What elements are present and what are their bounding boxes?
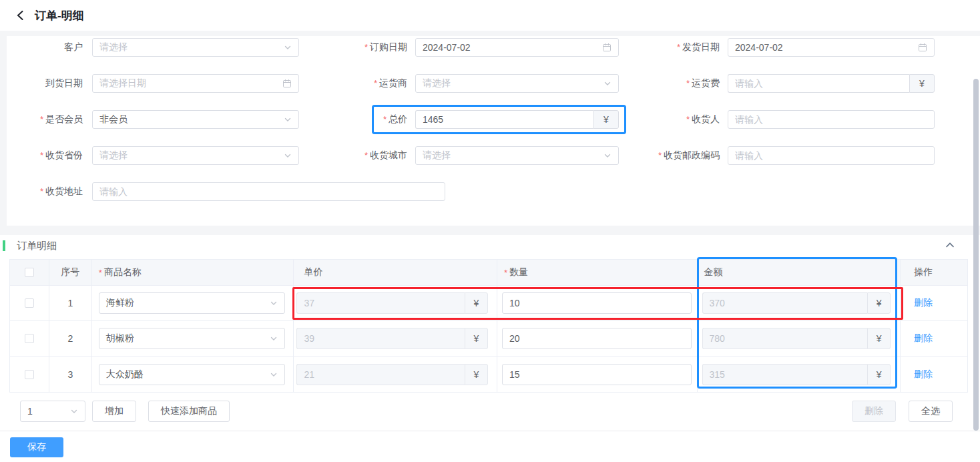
currency-suffix: ¥	[465, 292, 488, 314]
section-accent-bar	[3, 240, 5, 251]
arrival-date-input[interactable]: 请选择日期	[92, 74, 299, 93]
vertical-scrollbar[interactable]	[973, 79, 979, 431]
price-input-group: ¥	[296, 292, 488, 314]
price-input[interactable]	[296, 328, 465, 349]
delete-selected-button[interactable]: 删除	[852, 401, 896, 422]
add-row-button[interactable]: 增加	[92, 401, 136, 422]
arrival-date-label: 到货日期	[7, 77, 83, 89]
product-value: 海鲜粉	[106, 297, 134, 309]
freight-input[interactable]	[728, 74, 909, 93]
required-asterisk: *	[40, 150, 43, 160]
qty-cell	[497, 321, 698, 356]
table-row: 2 胡椒粉 ¥	[10, 321, 967, 357]
action-cell: 删除	[901, 357, 967, 392]
province-label: *收货省份	[7, 150, 83, 162]
qty-input[interactable]	[502, 364, 692, 385]
total-label: *总价	[306, 113, 407, 126]
chevron-down-icon	[270, 334, 278, 342]
order-date-label: *订购日期	[306, 41, 407, 53]
ship-date-input[interactable]: 2024-07-02	[728, 38, 935, 57]
table-header-row: 序号 *商品名称 单价 *数量 金额 操作	[10, 260, 967, 286]
qty-input[interactable]	[502, 328, 692, 349]
amount-input[interactable]	[702, 364, 868, 385]
price-input[interactable]	[296, 292, 465, 314]
order-date-value: 2024-07-02	[423, 42, 471, 53]
order-form: 客户 请选择 *订购日期 2024-07-02 *发货日期	[7, 36, 980, 226]
quick-add-product-button[interactable]: 快速添加商品	[148, 401, 230, 422]
member-select[interactable]: 非会员	[92, 110, 299, 129]
amount-input[interactable]	[702, 292, 868, 314]
price-input[interactable]	[296, 364, 465, 385]
required-asterisk: *	[364, 42, 368, 52]
field-city: *收货城市 请选择	[306, 146, 619, 165]
carrier-placeholder: 请选择	[423, 77, 451, 89]
postcode-input[interactable]	[728, 146, 935, 165]
collapse-icon[interactable]	[945, 240, 955, 252]
product-value: 大众奶酪	[106, 369, 144, 381]
amount-input-group: ¥	[702, 292, 891, 314]
product-cell: 海鲜粉	[92, 286, 294, 320]
total-input-group: ¥	[415, 110, 619, 129]
ship-date-value: 2024-07-02	[735, 42, 783, 53]
chevron-down-icon	[270, 371, 278, 379]
chevron-down-icon	[603, 79, 611, 87]
chevron-down-icon	[70, 407, 78, 415]
delete-row-link[interactable]: 删除	[914, 297, 933, 309]
select-all-checkbox[interactable]	[25, 268, 34, 277]
customer-select[interactable]: 请选择	[92, 38, 299, 57]
order-detail-page: 订单-明细 客户 请选择 *订购日期 2024-07-02	[0, 0, 980, 462]
form-row-5: *收货地址	[7, 182, 980, 201]
required-asterisk: *	[99, 268, 102, 278]
currency-suffix: ¥	[593, 110, 619, 129]
required-asterisk: *	[658, 150, 662, 160]
amount-input[interactable]	[702, 328, 868, 349]
field-member: *是否会员 非会员	[7, 110, 306, 129]
select-all-button[interactable]: 全选	[909, 401, 953, 422]
product-select[interactable]: 胡椒粉	[99, 328, 286, 349]
order-date-input[interactable]: 2024-07-02	[415, 38, 619, 57]
consignee-input[interactable]	[728, 110, 935, 129]
amount-input-group: ¥	[702, 364, 891, 385]
consignee-label: *收货人	[619, 113, 720, 126]
back-icon[interactable]	[13, 9, 27, 22]
row-checkbox[interactable]	[25, 298, 34, 308]
required-asterisk: *	[686, 78, 690, 88]
row-index: 1	[49, 286, 92, 320]
product-select[interactable]: 大众奶酪	[99, 364, 286, 385]
required-asterisk: *	[677, 42, 680, 52]
add-count-select[interactable]: 1	[20, 401, 85, 422]
price-input-group: ¥	[296, 364, 488, 385]
price-cell: ¥	[294, 286, 497, 320]
row-checkbox-cell	[10, 321, 49, 356]
header-amount: 金额	[698, 260, 901, 285]
row-checkbox[interactable]	[25, 370, 34, 379]
freight-label: *运货费	[619, 77, 720, 89]
carrier-select[interactable]: 请选择	[415, 74, 619, 93]
required-asterisk: *	[374, 78, 377, 88]
province-select[interactable]: 请选择	[92, 146, 299, 165]
customer-label: 客户	[7, 41, 83, 53]
chevron-down-icon	[284, 152, 292, 160]
required-asterisk: *	[383, 114, 387, 124]
required-asterisk: *	[364, 150, 368, 160]
delete-row-link[interactable]: 删除	[914, 332, 933, 344]
header-index: 序号	[49, 260, 92, 285]
required-asterisk: *	[504, 268, 507, 278]
row-checkbox[interactable]	[25, 334, 34, 343]
section-header: 订单明细	[0, 235, 980, 256]
save-button[interactable]: 保存	[10, 437, 63, 457]
address-input[interactable]	[92, 182, 445, 201]
postcode-label: *收货邮政编码	[619, 150, 720, 162]
form-row-1: 客户 请选择 *订购日期 2024-07-02 *发货日期	[7, 38, 980, 57]
field-address: *收货地址	[7, 182, 445, 201]
save-row: 保存	[0, 431, 980, 457]
total-input[interactable]	[415, 110, 593, 129]
member-value: 非会员	[99, 113, 128, 126]
city-select[interactable]: 请选择	[415, 146, 619, 165]
row-checkbox-cell	[10, 286, 49, 320]
product-select[interactable]: 海鲜粉	[99, 292, 286, 314]
qty-input[interactable]	[502, 292, 692, 314]
delete-row-link[interactable]: 删除	[914, 369, 933, 381]
carrier-label: *运货商	[306, 77, 407, 89]
required-asterisk: *	[40, 114, 43, 124]
